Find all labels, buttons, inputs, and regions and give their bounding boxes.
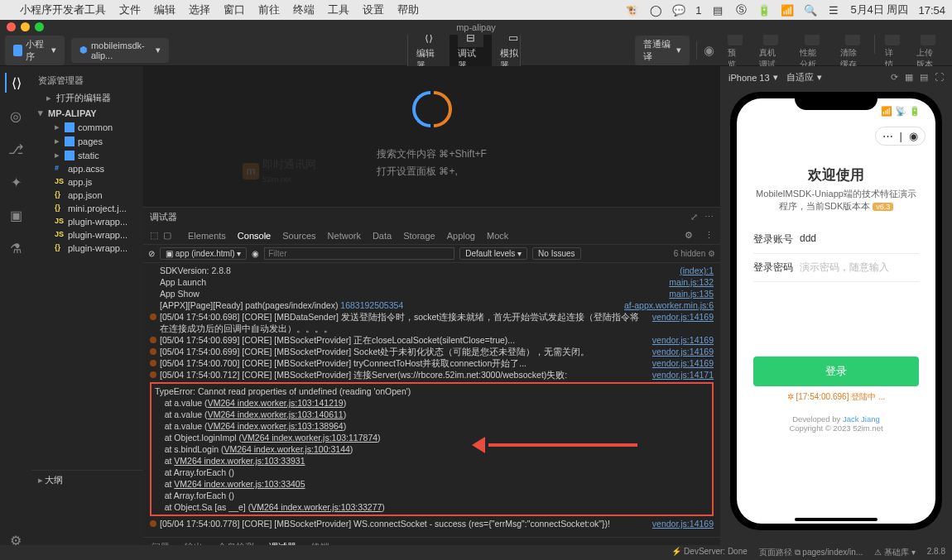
console-line: App Showmain.js:135: [150, 288, 714, 299]
expand-icon[interactable]: ⤢: [690, 212, 698, 223]
file-row[interactable]: {}app.json: [31, 189, 143, 202]
devserver-status[interactable]: ⚡ DevServer: Done: [671, 547, 747, 558]
menubar-time[interactable]: 17:54: [918, 4, 945, 17]
file-row[interactable]: ▸static: [31, 148, 143, 162]
menu-help[interactable]: 帮助: [397, 2, 419, 17]
devtools-settings-icon[interactable]: ⚙: [685, 230, 693, 241]
tab-storage[interactable]: Storage: [403, 231, 435, 241]
file-row[interactable]: JSplugin-wrapp...: [31, 228, 143, 242]
battery-icon[interactable]: 🔋: [757, 3, 771, 17]
levels-selector[interactable]: Default levels ▾: [459, 247, 527, 260]
source-link[interactable]: (index):1: [680, 265, 714, 276]
perf-button[interactable]: 性能分析: [793, 29, 830, 72]
gear-icon[interactable]: ⚙: [708, 249, 715, 258]
file-row[interactable]: ▸common: [31, 120, 143, 134]
file-row[interactable]: #app.acss: [31, 162, 143, 175]
expand-icon[interactable]: ⛶: [935, 72, 944, 83]
source-link[interactable]: vendor.js:14169: [652, 311, 714, 334]
tray-icon[interactable]: ▤: [711, 3, 724, 17]
refresh-icon[interactable]: ⟳: [891, 72, 898, 83]
clearcache-button[interactable]: 清除缓存: [834, 29, 871, 72]
extensions-tab[interactable]: ✦: [6, 172, 26, 192]
file-row[interactable]: {}mini.project.j...: [31, 202, 143, 215]
menu-select[interactable]: 选择: [189, 2, 210, 17]
file-row[interactable]: {}plugin-wrapp...: [31, 242, 143, 255]
upload-button[interactable]: 上传版本: [910, 29, 947, 72]
file-row[interactable]: JSplugin-wrapp...: [31, 215, 143, 228]
device-icon[interactable]: ▢: [163, 230, 171, 241]
search-tab[interactable]: ◎: [6, 106, 26, 126]
filter-input[interactable]: [264, 247, 454, 260]
tab-data[interactable]: Data: [373, 231, 392, 241]
app-name[interactable]: 小程序开发者工具: [20, 2, 106, 17]
clear-console-icon[interactable]: ⊘: [148, 249, 155, 258]
wifi-icon[interactable]: 📶: [781, 3, 794, 17]
context-selector[interactable]: ▣ app (index.html) ▾: [160, 247, 247, 260]
file-row[interactable]: JSapp.js: [31, 175, 143, 189]
project-root[interactable]: ▾MP-ALIPAY: [31, 106, 143, 120]
login-input[interactable]: ddd: [800, 232, 919, 246]
file-row[interactable]: ▸pages: [31, 134, 143, 148]
tab-mock[interactable]: Mock: [487, 231, 508, 241]
source-link[interactable]: vendor.js:14169: [652, 357, 714, 369]
cube-tab[interactable]: ▣: [6, 205, 26, 225]
tab-network[interactable]: Network: [328, 231, 361, 241]
compile-button[interactable]: ◉: [704, 43, 714, 58]
inspect-icon[interactable]: ⬚: [150, 230, 158, 241]
close-window-button[interactable]: [7, 22, 16, 31]
cow-icon[interactable]: 🐮: [626, 3, 639, 17]
more-icon[interactable]: ⋯: [704, 212, 714, 223]
device-selector[interactable]: iPhone 13 ▾: [728, 72, 778, 83]
source-link[interactable]: main.js:132: [669, 276, 714, 288]
git-tab[interactable]: ⎇: [6, 139, 26, 159]
menu-go[interactable]: 前往: [258, 2, 280, 17]
source-link[interactable]: af-appx.worker.min.js:6: [624, 299, 714, 311]
source-link[interactable]: vendor.js:14169: [652, 346, 714, 357]
outline-section[interactable]: ▸大纲: [31, 470, 143, 490]
opened-editors[interactable]: ▸打开的编辑器: [31, 90, 143, 106]
layout-icon[interactable]: ▤: [920, 72, 928, 83]
sogou-icon[interactable]: Ⓢ: [734, 3, 748, 17]
tab-applog[interactable]: Applog: [447, 231, 475, 241]
issues-button[interactable]: No Issues: [532, 247, 580, 260]
menu-tools[interactable]: 工具: [328, 2, 349, 17]
source-link[interactable]: vendor.js:14169: [652, 334, 714, 346]
wechat-icon[interactable]: 💬: [672, 3, 685, 17]
source-link[interactable]: main.js:135: [669, 288, 714, 299]
eye-icon[interactable]: ◉: [252, 249, 259, 258]
login-button[interactable]: 登录: [753, 357, 919, 386]
flask-tab[interactable]: ⚗: [6, 238, 26, 258]
grid-icon[interactable]: ▦: [905, 72, 913, 83]
more-icon: ⋯: [882, 130, 893, 142]
preview-button[interactable]: 预览: [721, 29, 749, 72]
explorer-tab[interactable]: ⟨⟩: [5, 73, 25, 93]
minimize-window-button[interactable]: [21, 22, 30, 31]
tab-elements[interactable]: Elements: [188, 231, 226, 241]
menubar-date[interactable]: 5月4日 周四: [850, 2, 908, 17]
password-input[interactable]: 演示密码，随意输入: [800, 261, 919, 275]
menu-edit[interactable]: 编辑: [154, 2, 175, 17]
console-output[interactable]: SDKVersion: 2.8.8(index):1App Launchmain…: [143, 263, 720, 537]
maximize-window-button[interactable]: [35, 22, 44, 31]
file-selector[interactable]: ⬢ mobileimsdk-alip... ▾: [71, 38, 169, 63]
search-icon[interactable]: 🔍: [804, 3, 817, 17]
menu-settings[interactable]: 设置: [363, 2, 384, 17]
menu-file[interactable]: 文件: [119, 2, 141, 17]
circle-icon[interactable]: ◯: [649, 3, 662, 17]
menu-window[interactable]: 窗口: [224, 2, 245, 17]
details-button[interactable]: 详情: [878, 29, 906, 72]
scale-selector[interactable]: 自适应 ▾: [786, 71, 822, 84]
menu-terminal[interactable]: 终端: [293, 2, 315, 17]
compile-mode[interactable]: 普通编译 ▾: [635, 36, 690, 65]
page-path[interactable]: 页面路径 ⧉ pages/index/in...: [759, 547, 863, 558]
tab-console[interactable]: Console: [238, 231, 271, 241]
remote-debug-button[interactable]: 真机调试: [752, 29, 790, 72]
baselib[interactable]: ⚠ 基础库 ▾: [874, 547, 916, 558]
mini-program-capsule[interactable]: ⋯ | ◉: [875, 127, 926, 146]
source-link[interactable]: vendor.js:14171: [652, 369, 714, 381]
control-center-icon[interactable]: ☰: [827, 3, 840, 17]
devtools-more-icon[interactable]: ⋮: [704, 230, 714, 241]
project-selector[interactable]: 小程序 ▾: [5, 36, 65, 65]
source-link[interactable]: vendor.js:14169: [652, 518, 714, 529]
tab-sources[interactable]: Sources: [282, 231, 315, 241]
